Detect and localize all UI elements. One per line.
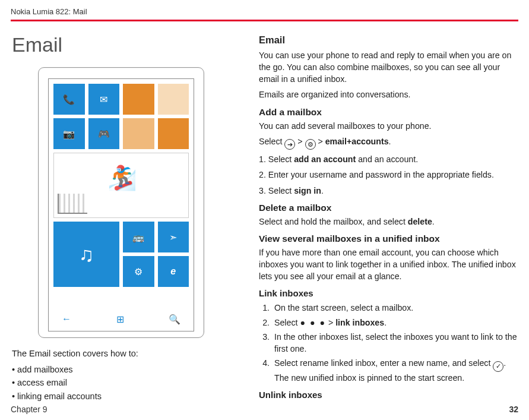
step-select-path: Select ➔ > ⚙ > email+accounts. <box>259 135 518 150</box>
paragraph: You can add several mailboxes to your ph… <box>259 120 518 132</box>
covers-intro: The Email section covers how to: <box>12 349 232 358</box>
step-3: 3. Select sign in. <box>259 185 518 197</box>
back-icon: ← <box>62 314 71 324</box>
check-icon: ✓ <box>493 361 503 372</box>
tile-music: ♫ <box>53 222 119 287</box>
tile-compass: ➣ <box>158 222 189 252</box>
game-icon: 🎮 <box>98 128 110 140</box>
phone-icon: 📞 <box>63 94 75 105</box>
heading-unlink-inboxes: Unlink inboxes <box>259 390 518 400</box>
heading-delete-mailbox: Delete a mailbox <box>259 203 518 213</box>
tile-ie: e <box>158 256 189 287</box>
right-column: Email You can use your phone to read and… <box>259 32 518 403</box>
list-item: Select ● ● ● > link inboxes. <box>272 317 518 329</box>
windows-icon: ⊞ <box>116 314 124 325</box>
tile-orange-a <box>123 84 154 115</box>
paragraph: Select and hold the mailbox, and select … <box>259 216 518 228</box>
paragraph: Emails are organized into conversations. <box>259 89 518 100</box>
page-footer: Chapter 9 32 <box>11 405 518 414</box>
left-column: Email 📞 ✉ 📷 🎮 🏂 <box>11 32 232 403</box>
compass-icon: ➣ <box>169 232 177 243</box>
more-dots-icon: ● ● ● <box>300 318 326 327</box>
heading-add-mailbox: Add a mailbox <box>259 107 518 118</box>
list-item: In the other inboxes list, select the in… <box>272 331 518 355</box>
music-icon: ♫ <box>79 243 94 266</box>
bus-icon: 🚌 <box>132 232 144 243</box>
phone-illustration: 📞 ✉ 📷 🎮 🏂 ♫ 🚌 ➣ <box>38 67 204 338</box>
list-item: Select rename linked inbox, enter a new … <box>272 357 518 384</box>
paragraph: If you have more than one email account,… <box>259 247 518 282</box>
list-item: access email <box>12 376 232 389</box>
search-icon: 🔍 <box>169 314 180 325</box>
list-item: On the start screen, select a mailbox. <box>272 302 518 314</box>
tile-orange-d <box>158 118 189 149</box>
tile-skate: 🏂 <box>53 153 189 218</box>
tile-orange-b <box>158 84 189 115</box>
tile-settings: ⚙ <box>123 256 154 287</box>
covers-list: add mailboxes access email linking email… <box>12 363 232 403</box>
breadcrumb: Nokia Lumia 822: Mail <box>11 7 518 21</box>
ie-icon: e <box>170 266 176 277</box>
heading-view-unified: View several mailboxes in a unified inbo… <box>259 233 518 244</box>
heading-email: Email <box>259 34 518 46</box>
arrow-right-icon: ➔ <box>284 139 295 150</box>
tile-orange-c <box>123 118 154 149</box>
tile-games: 🎮 <box>88 118 120 149</box>
list-item: add mailboxes <box>12 363 232 376</box>
tile-phone: 📞 <box>53 84 85 115</box>
page-number: 32 <box>509 405 518 414</box>
heading-link-inboxes: Link inboxes <box>259 288 518 298</box>
phone-navbar: ← ⊞ 🔍 <box>49 307 194 331</box>
chapter-label: Chapter 9 <box>11 405 47 414</box>
tile-camera: 📷 <box>53 118 85 149</box>
link-steps: On the start screen, select a mailbox. S… <box>259 302 518 383</box>
step-1: 1. Select add an account and an account. <box>259 153 518 165</box>
step-2: 2. Enter your username and password in t… <box>259 169 518 181</box>
tile-bus: 🚌 <box>123 222 154 252</box>
paragraph: You can use your phone to read and reply… <box>259 49 518 85</box>
settings-icon: ⚙ <box>134 266 142 277</box>
camera-icon: 📷 <box>63 128 75 140</box>
page-title: Email <box>12 33 232 56</box>
mail-icon: ✉ <box>100 94 107 105</box>
gear-icon: ⚙ <box>305 139 316 150</box>
tile-mail: ✉ <box>88 84 120 115</box>
list-item: linking email accounts <box>12 390 232 403</box>
